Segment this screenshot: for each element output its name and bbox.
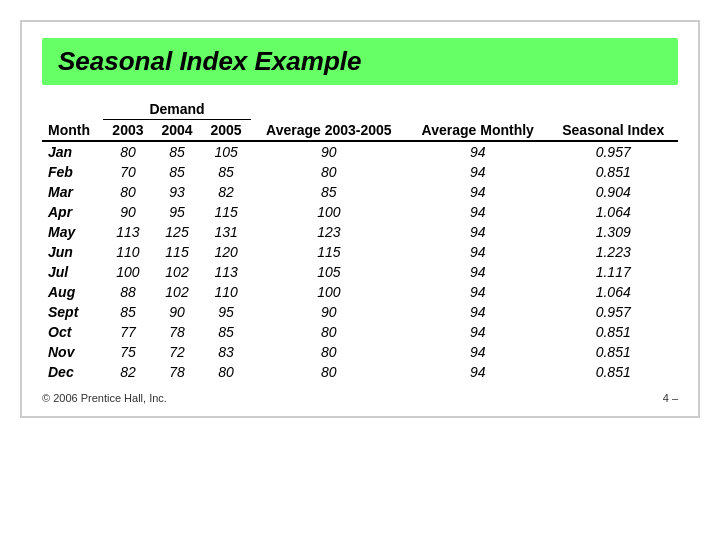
col-avg-monthly: Average Monthly <box>407 99 548 141</box>
col-avg-2003-2005: Average 2003-2005 <box>251 99 407 141</box>
col-seasonal-index: Seasonal Index <box>548 99 678 141</box>
table-row: Jan808510590940.957 <box>42 141 678 162</box>
col-2003: 2003 <box>103 120 152 142</box>
col-2005: 2005 <box>202 120 251 142</box>
table-row: Sept85909590940.957 <box>42 302 678 322</box>
table-row: Jun110115120115941.223 <box>42 242 678 262</box>
copyright: © 2006 Prentice Hall, Inc. <box>42 392 167 404</box>
table-row: Aug88102110100941.064 <box>42 282 678 302</box>
table-row: May113125131123941.309 <box>42 222 678 242</box>
slide-container: Seasonal Index Example Month Demand Aver… <box>20 20 700 418</box>
page-number: 4 – <box>663 392 678 404</box>
col-month: Month <box>42 99 103 141</box>
title-bar: Seasonal Index Example <box>42 38 678 85</box>
table-row: Oct77788580940.851 <box>42 322 678 342</box>
table-row: Apr9095115100941.064 <box>42 202 678 222</box>
table-row: Nov75728380940.851 <box>42 342 678 362</box>
table-row: Dec82788080940.851 <box>42 362 678 382</box>
table-row: Jul100102113105941.117 <box>42 262 678 282</box>
data-table: Month Demand Average 2003-2005 Average M… <box>42 99 678 382</box>
slide-title: Seasonal Index Example <box>58 46 662 77</box>
col-demand-group: Demand <box>103 99 250 120</box>
table-row: Mar80938285940.904 <box>42 182 678 202</box>
footer: © 2006 Prentice Hall, Inc. 4 – <box>42 392 678 404</box>
col-2004: 2004 <box>152 120 201 142</box>
table-row: Feb70858580940.851 <box>42 162 678 182</box>
